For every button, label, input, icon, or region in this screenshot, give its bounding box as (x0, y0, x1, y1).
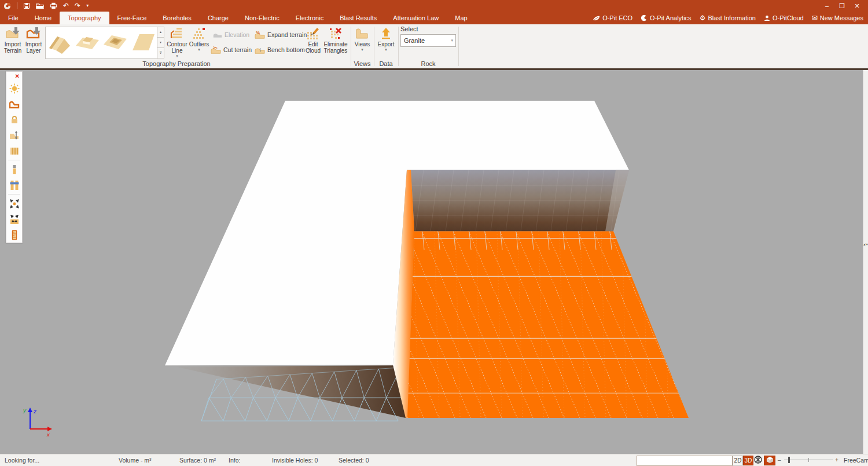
opit-analytics-label: O-Pit Analytics (650, 14, 692, 21)
zoom-slider-thumb[interactable] (788, 457, 790, 463)
pie-chart-icon (641, 14, 648, 21)
panel-close-icon[interactable]: ✕ (6, 72, 22, 80)
tab-map[interactable]: Map (447, 12, 475, 24)
view-2d-button[interactable]: 2D (733, 456, 743, 465)
blast-information-link[interactable]: ⚙ Blast Information (700, 14, 756, 22)
qat-customize-caret-icon[interactable]: ▾ (86, 0, 89, 12)
tab-topography[interactable]: Topography (60, 12, 109, 24)
status-info: Info: (229, 457, 240, 464)
gallery-scroll-arrows: ▴ ▾ ⊽ (157, 27, 164, 58)
tab-boreholes[interactable]: Boreholes (155, 12, 200, 24)
viewport-3d[interactable]: y z x ✕ (0, 68, 868, 454)
cut-terrain-label: Cut terrain (223, 46, 252, 53)
zoom-out-icon[interactable]: – (778, 456, 781, 464)
gallery-down-button[interactable]: ▾ (157, 38, 164, 48)
save-icon[interactable] (23, 2, 30, 9)
group-label-views: Views (351, 60, 374, 67)
eliminate-triangles-button[interactable]: Eliminate Triangles (323, 26, 348, 54)
close-button[interactable]: ✕ (851, 1, 863, 11)
template-mound-thumbnail[interactable] (75, 31, 100, 55)
status-search-input[interactable] (637, 456, 733, 466)
export-caret-icon: ▾ (376, 47, 396, 52)
lock-terrain-icon[interactable] (6, 112, 22, 127)
outliers-button[interactable]: Outliers ▾ (189, 26, 209, 52)
opitcloud-label: O-PitCloud (773, 14, 804, 21)
snap-to-terrain-icon[interactable] (6, 211, 22, 227)
new-messages-link[interactable]: ✉ New Messages (812, 14, 863, 22)
tab-blast-results[interactable]: Blast Results (332, 12, 385, 24)
status-looking-for: Looking for... (5, 457, 39, 464)
template-flat-thumbnail[interactable] (130, 31, 156, 55)
axes-view-button[interactable] (753, 456, 763, 464)
terrain-profile-icon[interactable] (6, 96, 22, 112)
new-messages-label: New Messages (820, 14, 863, 21)
opit-analytics-link[interactable]: O-Pit Analytics (641, 14, 692, 21)
app-logo-icon[interactable] (3, 2, 11, 10)
template-pit-thumbnail[interactable] (102, 31, 128, 55)
bench-bottom-button[interactable]: ↕ Bench bottom ▾ (255, 43, 310, 57)
tab-attenuation-law[interactable]: Attenuation Law (385, 12, 447, 24)
cut-terrain-button[interactable]: ✂ Cut terrain (211, 43, 252, 57)
sun-light-icon[interactable] (6, 80, 22, 96)
edit-cloud-button[interactable]: Edit Cloud (303, 26, 323, 54)
ruler-icon[interactable] (6, 227, 22, 243)
cube-view-button[interactable] (764, 456, 775, 465)
contour-line-label: Contour Line (166, 41, 188, 54)
ribbon-separator (458, 27, 459, 66)
ribbon: Import Terrain Import Layer (0, 24, 868, 68)
edit-cloud-icon (306, 26, 321, 41)
redo-icon[interactable]: ↷ (75, 0, 80, 12)
gallery-expand-button[interactable]: ⊽ (157, 48, 164, 58)
splitter-grip-icon[interactable]: ▴⁞▾ (863, 243, 868, 247)
elevation-icon (213, 31, 222, 39)
axes-compass-icon (754, 456, 762, 464)
right-panel-splitter[interactable]: ▴⁞▾ (863, 70, 868, 454)
borehole-icon[interactable] (6, 162, 22, 177)
views-icon (355, 26, 370, 41)
status-selected: Selected: 0 (339, 457, 369, 464)
view-3d-button[interactable]: 3D (743, 456, 753, 465)
boreholes-stemming-icon[interactable] (6, 177, 22, 193)
views-button[interactable]: Views ▾ (353, 26, 372, 52)
outliers-icon (192, 26, 207, 41)
undo-icon[interactable]: ↶ (63, 0, 69, 12)
expand-terrain-label: Expand terrain (267, 31, 307, 38)
export-icon (378, 26, 393, 41)
export-button[interactable]: Export ▾ (376, 26, 396, 52)
import-terrain-button[interactable]: Import Terrain (2, 26, 23, 54)
export-label: Export (376, 41, 396, 47)
restore-button[interactable]: ❐ (836, 1, 848, 11)
contour-line-button[interactable]: Contour Line ▾ (166, 26, 188, 58)
group-label-rock: Rock (398, 60, 458, 67)
opitcloud-link[interactable]: O-PitCloud (764, 14, 804, 21)
status-bar: Looking for... Volume - m³ Surface: 0 m²… (0, 454, 868, 466)
tab-non-electric[interactable]: Non-Electric (237, 12, 288, 24)
tab-free-face[interactable]: Free-Face (109, 12, 155, 24)
views-label: Views (353, 41, 372, 47)
tab-file[interactable]: File (0, 12, 27, 24)
minimize-button[interactable]: – (821, 1, 833, 11)
cube-icon (766, 456, 774, 464)
template-ridge-thumbnail[interactable] (47, 31, 72, 55)
bench-height-icon[interactable] (6, 127, 22, 143)
collapse-arrows-icon[interactable] (6, 196, 22, 211)
rock-type-combobox[interactable]: Granite ▾ (400, 34, 456, 47)
print-icon[interactable] (50, 2, 57, 9)
axis-x-label: x (46, 431, 50, 438)
open-folder-icon[interactable] (36, 2, 44, 9)
ground-shadow (175, 365, 406, 418)
tab-electronic[interactable]: Electronic (288, 12, 332, 24)
user-icon (764, 15, 770, 21)
opit-eco-link[interactable]: O-Pit ECO (593, 14, 632, 21)
outliers-label: Outliers (189, 41, 209, 47)
tab-charge[interactable]: Charge (200, 12, 237, 24)
terrain-template-gallery[interactable] (45, 27, 157, 59)
zoom-in-icon[interactable]: + (835, 456, 838, 464)
layers-block-icon[interactable] (6, 143, 22, 159)
axis-z-label: z (33, 408, 36, 414)
gallery-up-button[interactable]: ▴ (157, 27, 164, 38)
import-layer-button[interactable]: Import Layer (23, 26, 44, 54)
tab-home[interactable]: Home (27, 12, 60, 24)
import-layer-icon (26, 26, 41, 41)
group-label-data: Data (374, 60, 398, 67)
